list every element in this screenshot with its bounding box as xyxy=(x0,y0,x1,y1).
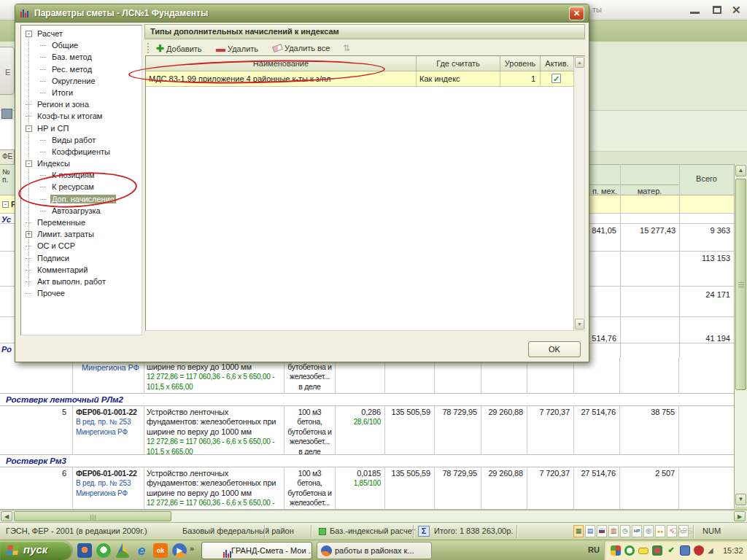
resource-view-icon[interactable]: ▤ xyxy=(585,525,595,537)
minus-icon: ▬ xyxy=(216,43,225,54)
cell-unit: 100 м3 бетона, бутобетона и железобет...… xyxy=(285,467,336,509)
row-active-cell[interactable]: ✓ xyxy=(541,71,574,87)
dialog-titlebar[interactable]: Параметры сметы - ЛС№1 Фундаменты ✕ xyxy=(15,4,589,23)
tree-item[interactable]: Баз. метод xyxy=(21,51,142,63)
taskbar-task-grand-smeta[interactable]: ГРАНД-Смета - Мои ... xyxy=(201,542,312,559)
group-header-row[interactable]: Ростверк ленточный РЛм2 xyxy=(0,394,734,406)
tree-item[interactable]: Комментарий xyxy=(21,264,142,276)
tree-item[interactable]: Коэффициенты xyxy=(21,146,142,158)
value-cell: 15 277,43 xyxy=(622,226,676,235)
scroll-left-icon[interactable]: ◀ xyxy=(1,511,12,521)
column-header-where[interactable]: Где считать xyxy=(417,56,500,71)
row-level-cell[interactable]: 1 xyxy=(500,71,541,87)
tree-item-indexes[interactable]: -Индексы xyxy=(21,158,142,169)
ok-button[interactable]: OK xyxy=(528,341,581,357)
group-header-row[interactable]: Ростверк Рм3 xyxy=(0,455,734,467)
scroll-up-icon[interactable]: ▲ xyxy=(735,165,746,176)
total-label: Итого: 1 838 263,00р. xyxy=(434,526,513,535)
horizontal-scrollbar[interactable]: ◀ ▶ xyxy=(0,510,747,522)
tree-item-limit[interactable]: +Лимит. затраты xyxy=(21,228,142,240)
media-player-icon[interactable]: ▶ xyxy=(172,543,187,558)
tray-colorful-icon[interactable] xyxy=(611,545,621,556)
tree-item-nr-sp[interactable]: -НР и СП xyxy=(21,122,142,134)
scroll-down-icon[interactable]: ▼ xyxy=(575,319,584,330)
tray-envelope-icon[interactable] xyxy=(638,548,649,554)
value-cell: 9 363 xyxy=(681,226,730,235)
language-indicator[interactable]: RU xyxy=(588,545,600,554)
estimate-row[interactable]: 6 ФЕР06-01-001-22 В ред. пр. № 253 Минре… xyxy=(0,467,734,510)
column-header-active[interactable]: Актив. xyxy=(541,56,574,71)
restore-icon[interactable] xyxy=(713,6,721,14)
cell-value: 38 755 xyxy=(620,406,679,454)
extra-tool-icon[interactable]: ⇅ xyxy=(340,42,353,55)
tray-green-ring-icon[interactable] xyxy=(624,545,635,556)
close-icon[interactable]: ✕ xyxy=(732,4,741,17)
cell-qty: 0,0185 1,85/100 xyxy=(336,467,385,509)
ter-doc-icon[interactable]: ▥ xyxy=(608,525,619,537)
internet-explorer-icon[interactable]: e xyxy=(134,543,149,558)
start-button[interactable]: пуск xyxy=(0,541,71,560)
calc-mode-label: Баз.-индексный расчет xyxy=(330,526,415,535)
cell-qty: 0,286 28,6/100 xyxy=(336,406,385,454)
vertical-scrollbar[interactable]: ▲ ▼ xyxy=(734,164,747,507)
tree-item[interactable]: Итоги xyxy=(21,87,142,98)
tree-item[interactable]: Округление xyxy=(21,75,142,87)
delete-button[interactable]: ▬ Удалить xyxy=(213,42,261,55)
tree-item[interactable]: Коэф-ты к итогам xyxy=(21,110,142,122)
windows-logo-icon xyxy=(7,545,19,555)
estimate-row-partial[interactable]: Минрегиона РФ ширине по верху до 1000 мм… xyxy=(0,357,734,394)
collapse-icon[interactable]: - xyxy=(2,201,9,208)
time-doc-icon[interactable]: ◷ xyxy=(620,525,630,537)
tree-item[interactable]: Прочее xyxy=(21,287,142,299)
lens-doc-icon[interactable]: ◎ xyxy=(643,525,654,537)
green-at-icon[interactable] xyxy=(96,543,111,558)
tree-item[interactable]: ОС и ССР xyxy=(21,240,142,252)
tray-speaker-icon[interactable]: ◢ xyxy=(708,545,718,556)
tray-network-icon[interactable] xyxy=(680,545,690,556)
view-mode-icon[interactable]: ▦ xyxy=(573,525,584,537)
tree-item[interactable]: Общие xyxy=(21,39,142,51)
minimize-icon[interactable] xyxy=(690,12,700,14)
tree-item-raschet[interactable]: -Расчет xyxy=(21,28,142,39)
delete-all-button[interactable]: Удалить все xyxy=(270,42,333,55)
taskbar: пуск e ok ▶ » ГРАНД-Смета - Мои ... рабо… xyxy=(0,540,747,560)
dialog-title: Параметры сметы - ЛС№1 Фундаменты xyxy=(34,8,208,18)
add-button[interactable]: ✚ Добавить xyxy=(153,42,205,55)
scroll-right-icon[interactable]: ▶ xyxy=(734,511,746,521)
region-flag-icon[interactable] xyxy=(597,525,607,537)
scroll-down-icon[interactable]: ▼ xyxy=(735,494,746,505)
row-where-cell[interactable]: Как индекс xyxy=(417,71,500,87)
mailru-agent-icon[interactable] xyxy=(77,543,92,558)
tree-item[interactable]: Переменные xyxy=(21,217,142,228)
coins-icon[interactable]: ●● xyxy=(655,525,665,537)
odnoklassniki-icon[interactable]: ok xyxy=(153,543,168,558)
additions-list: Наименование Где считать Уровень Актив. … xyxy=(145,55,585,331)
dialog-close-icon[interactable]: ✕ xyxy=(569,7,584,20)
value-cell: 41 194 xyxy=(681,334,730,343)
tray-shield-icon[interactable] xyxy=(694,545,704,556)
grand-smeta-icon xyxy=(20,9,30,18)
cell-value: 7 720,37 xyxy=(527,406,574,454)
tree-item[interactable]: Регион и зона xyxy=(21,98,142,110)
list-scrollbar[interactable]: ▲ ▼ xyxy=(573,56,584,330)
scroll-up-icon[interactable]: ▲ xyxy=(575,57,584,68)
tree-item[interactable]: Акт выполн. работ xyxy=(21,276,142,287)
cell-num: 5 xyxy=(0,406,73,454)
tray-flower-icon[interactable] xyxy=(652,545,662,556)
column-header-level[interactable]: Уровень xyxy=(500,56,541,71)
vertical-scroll-thumb[interactable] xyxy=(735,179,746,390)
region-label: Базовый федеральный район xyxy=(182,526,294,535)
taskbar-task-browser[interactable]: работы в районах к... xyxy=(317,542,432,559)
nr-sp-icon[interactable]: НР xyxy=(632,525,642,537)
tree-item[interactable]: Подписи xyxy=(21,252,142,264)
tray-check-icon[interactable]: ✔ xyxy=(666,545,676,556)
horizontal-scroll-thumb[interactable] xyxy=(14,511,171,521)
triangle-logo-icon[interactable] xyxy=(115,543,130,558)
tree-item[interactable]: Виды работ xyxy=(21,134,142,146)
value-cell: 24 171 xyxy=(681,290,730,299)
estimate-row[interactable]: 5 ФЕР06-01-001-22 В ред. пр. № 253 Минре… xyxy=(0,406,734,455)
sigma-icon[interactable]: Σ xyxy=(418,526,430,537)
active-checkbox[interactable]: ✓ xyxy=(551,74,561,83)
tree-item[interactable]: Рес. метод xyxy=(21,63,142,75)
chevron-icon[interactable]: » xyxy=(190,544,194,553)
